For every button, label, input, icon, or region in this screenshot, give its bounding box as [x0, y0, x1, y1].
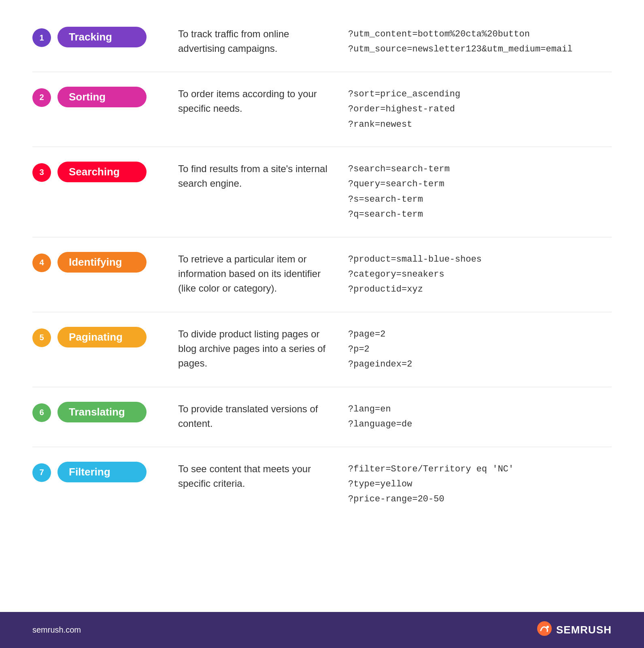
examples-4: ?product=small-blue-shoes?category=sneak… [348, 252, 612, 297]
number-badge-1: 1 [32, 28, 51, 47]
label-badge-6: Translating [57, 402, 147, 422]
examples-6: ?lang=en?language=de [348, 402, 612, 432]
badge-col-1: 1Tracking [32, 27, 162, 47]
description-3: To find results from a site's internal s… [178, 162, 332, 191]
examples-2: ?sort=price_ascending?order=highest-rate… [348, 87, 612, 132]
description-6: To provide translated versions of conten… [178, 402, 332, 431]
label-badge-2: Sorting [57, 87, 147, 107]
label-badge-3: Searching [57, 162, 147, 182]
badge-col-7: 7Filtering [32, 462, 162, 482]
badge-col-4: 4Identifying [32, 252, 162, 273]
row-2: 2SortingTo order items according to your… [32, 72, 612, 147]
badge-col-3: 3Searching [32, 162, 162, 182]
examples-3: ?search=search-term?query=search-term?s=… [348, 162, 612, 222]
label-badge-7: Filtering [57, 462, 147, 482]
svg-point-0 [537, 621, 552, 636]
label-badge-4: Identifying [57, 252, 147, 273]
examples-7: ?filter=Store/Territory eq 'NC'?type=yel… [348, 462, 612, 507]
footer-domain: semrush.com [32, 625, 81, 635]
row-3: 3SearchingTo find results from a site's … [32, 147, 612, 237]
semrush-logo-icon [537, 621, 552, 639]
label-badge-1: Tracking [57, 27, 147, 47]
row-4: 4IdentifyingTo retrieve a particular ite… [32, 237, 612, 312]
footer: semrush.com SEMRUSH [0, 612, 644, 648]
number-badge-5: 5 [32, 328, 51, 347]
examples-1: ?utm_content=bottom%20cta%20button?utm_s… [348, 27, 612, 57]
description-5: To divide product listing pages or blog … [178, 327, 332, 371]
number-badge-3: 3 [32, 163, 51, 182]
badge-col-2: 2Sorting [32, 87, 162, 107]
row-1: 1TrackingTo track traffic from online ad… [32, 12, 612, 72]
examples-5: ?page=2?p=2?pageindex=2 [348, 327, 612, 372]
description-4: To retrieve a particular item or informa… [178, 252, 332, 296]
description-1: To track traffic from online advertising… [178, 27, 332, 56]
svg-point-1 [546, 626, 549, 628]
description-7: To see content that meets your specific … [178, 462, 332, 491]
row-5: 5PaginatingTo divide product listing pag… [32, 312, 612, 387]
main-content: 1TrackingTo track traffic from online ad… [0, 0, 644, 612]
number-badge-7: 7 [32, 463, 51, 482]
semrush-logo: SEMRUSH [537, 621, 612, 639]
row-7: 7FilteringTo see content that meets your… [32, 447, 612, 522]
row-6: 6TranslatingTo provide translated versio… [32, 387, 612, 447]
number-badge-6: 6 [32, 403, 51, 422]
badge-col-5: 5Paginating [32, 327, 162, 347]
semrush-brand-text: SEMRUSH [556, 624, 612, 636]
description-2: To order items according to your specifi… [178, 87, 332, 116]
number-badge-4: 4 [32, 254, 51, 272]
label-badge-5: Paginating [57, 327, 147, 347]
number-badge-2: 2 [32, 88, 51, 107]
badge-col-6: 6Translating [32, 402, 162, 422]
